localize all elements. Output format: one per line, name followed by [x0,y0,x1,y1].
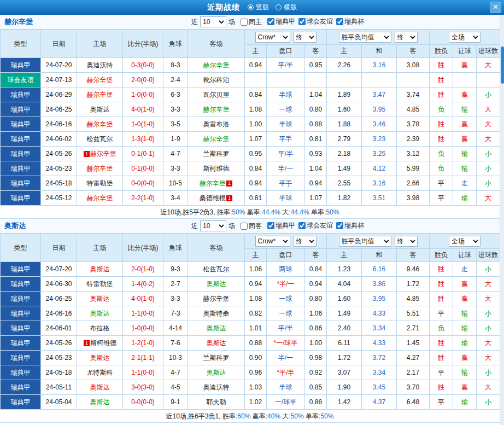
match-row: 瑞典甲24-06-25奥斯达4-0(1-0)3-3赫尔辛堡1.08一球0.801… [1,292,500,306]
avg-final-select[interactable]: 终 [395,236,418,247]
page-title: 近期战绩 [207,3,240,13]
avg-draw-cell: 3.51 [362,191,397,206]
bookmaker-select[interactable]: Crow* [255,236,290,247]
date-cell: 24-07-20 [41,262,77,277]
handicap-flag-cell: 走 [453,262,477,277]
result-flag-cell: 平 [430,365,453,380]
layout-radio[interactable]: 横版 [276,3,297,12]
scope-select[interactable]: 全场 [449,236,480,247]
summary-segment: 单率: [309,208,326,216]
bookmaker-select[interactable]: Crow* [255,32,290,43]
red-card-badge: 1 [84,151,90,157]
date-cell: 24-07-13 [41,73,77,88]
games-count-select[interactable]: 10 [200,220,226,231]
competition-checkbox[interactable] [298,18,306,25]
corners-cell: 3-3 [163,292,188,306]
league-cell: 瑞典甲 [1,176,41,191]
same-venue-filter[interactable]: 同主 [241,18,262,27]
odds-away-cell: 0.80 [305,102,327,117]
goals-flag-cell: 大 [477,380,500,395]
odds-away-cell: 0.84 [305,262,327,277]
competition-filter[interactable]: 瑞典杯 [336,221,364,230]
avg-home-cell: 1.42 [327,395,362,410]
league-cell: 瑞典甲 [1,365,41,380]
competition-checkbox[interactable] [267,222,274,229]
away-team-cell: 松兹瓦尔 [188,262,245,277]
col-header-away: 客场 [188,234,245,262]
summary-segment: 60% [237,412,250,420]
handicap-cell: 一球 [267,102,305,117]
competition-label: 球会友谊 [307,17,333,26]
odds-away-cell: 0.86 [305,395,327,410]
avg-draw-cell: 3.34 [362,321,397,336]
games-count-select[interactable]: 10 [200,16,226,27]
avg-away-cell: 2.71 [397,321,430,336]
handicap-cell: 一球 [267,292,305,306]
scope-select[interactable]: 全场 [449,32,480,43]
average-group-header: 胜平负均值 终 [327,234,430,249]
near-label: 近 [191,222,198,231]
home-team-cell: 奥迪沃特 [77,58,123,73]
result-flag-cell: 胜 [430,380,453,395]
sub-col-header: 进球数 [477,249,500,262]
competition-filter[interactable]: 瑞典甲 [267,17,295,26]
same-venue-filter[interactable]: 同客 [241,222,262,231]
competition-filter[interactable]: 瑞典杯 [336,17,364,26]
team-name-text: 瓦尔贝里 [203,91,230,98]
league-cell: 瑞典甲 [1,191,41,206]
summary-segment: 近10场,胜5平2负3, 胜率: [161,208,232,216]
col-header-date: 日期 [41,30,77,58]
avg-final-select[interactable]: 终 [395,32,418,43]
competition-checkbox[interactable] [267,18,274,25]
competition-filter[interactable]: 瑞典甲 [267,221,295,230]
score-cell: 4-0(1-0) [123,292,163,306]
same-venue-checkbox[interactable] [241,19,248,26]
odds-away-cell: 0.85 [305,380,327,395]
layout-radio[interactable]: 竖版 [248,3,269,12]
odds-away-cell: 0.86 [305,321,327,336]
col-header-home: 主场 [77,234,123,262]
corners-cell: 3-5 [163,117,188,132]
handicap-cell: 平/半 [267,321,305,336]
scrollbar[interactable] [500,15,504,425]
competition-checkbox[interactable] [336,18,343,25]
avg-type-select[interactable]: 胜平负均值 [339,236,391,247]
odds-final-select[interactable]: 终 [294,236,317,247]
competition-filter[interactable]: 球会友谊 [298,221,333,230]
odds-home-cell [245,73,267,88]
col-header-corners: 角球 [163,234,188,262]
same-venue-checkbox[interactable] [241,223,248,230]
team-name-text: 奥斯达 [207,280,226,288]
competition-checkbox[interactable] [336,222,343,229]
home-team-cell: 布拉格 [77,321,123,336]
avg-type-select[interactable]: 胜平负均值 [339,32,391,43]
date-cell: 24-06-29 [41,88,77,102]
home-team-cell: 1赫尔辛堡 [77,147,123,161]
sub-col-header: 和 [362,249,397,262]
sub-col-header: 客 [397,45,430,58]
summary-segment: 40% [267,412,280,420]
handicap-flag-cell: 赢 [453,351,477,365]
date-cell: 24-06-16 [41,117,77,132]
handicap-cell: 半/一 [267,351,305,365]
corners-cell: 8-3 [163,58,188,73]
league-cell: 瑞典甲 [1,117,41,132]
corners-cell: 1-9 [163,132,188,147]
handicap-cell: 半球 [267,117,305,132]
odds-final-select[interactable]: 终 [294,32,317,43]
handicap-flag-cell: 走 [453,176,477,191]
odds-away-cell: 1.07 [305,191,327,206]
sub-col-header: 进球数 [477,45,500,58]
close-button[interactable]: ✕ [490,2,501,13]
goals-flag-cell: 大 [477,336,500,351]
avg-away-cell: 3.74 [397,88,430,102]
odds-away-cell: 0.92 [305,365,327,380]
date-cell: 24-06-01 [41,321,77,336]
avg-draw-cell: 3.23 [362,132,397,147]
competition-checkbox[interactable] [298,222,306,229]
col-header-home: 主场 [77,30,123,58]
scrollbar-thumb[interactable] [501,46,504,84]
competition-filter[interactable]: 球会友谊 [298,17,333,26]
team-name-text: 奥斯达 [90,398,110,406]
goals-flag-cell: 大 [477,277,500,292]
